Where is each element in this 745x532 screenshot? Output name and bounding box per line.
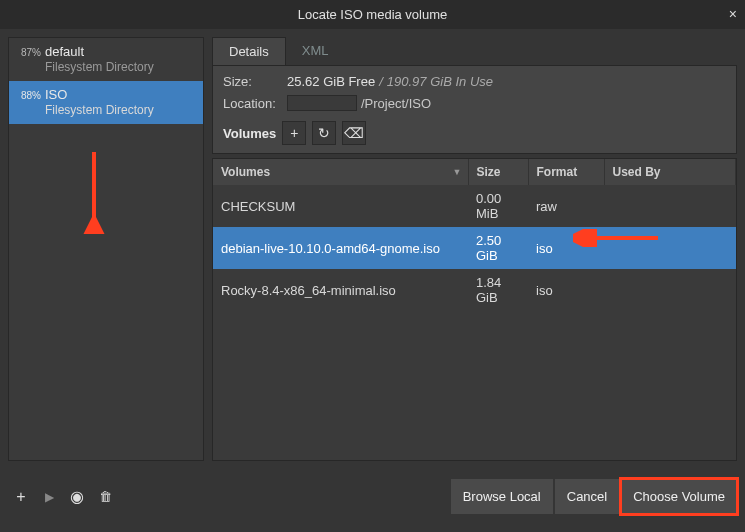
add-volume-button[interactable]: + [282, 121, 306, 145]
window-title: Locate ISO media volume [298, 7, 448, 22]
choose-volume-button[interactable]: Choose Volume [621, 479, 737, 514]
cell-format: iso [528, 269, 604, 311]
pool-usage-pct: 88% [15, 87, 41, 101]
footer-right-actions: Browse Local Cancel Choose Volume [451, 479, 737, 514]
col-volumes[interactable]: Volumes▼ [213, 159, 468, 185]
titlebar: Locate ISO media volume × [0, 0, 745, 29]
trash-icon: 🗑 [99, 489, 112, 504]
table-header-row: Volumes▼ Size Format Used By [213, 159, 736, 185]
cell-name: debian-live-10.10.0-amd64-gnome.iso [213, 227, 468, 269]
start-pool-button[interactable]: ▶ [36, 484, 62, 510]
volumes-toolbar: Volumes + ↻ ⌫ [223, 121, 726, 145]
footer-left-tools: + ▶ ◉ 🗑 [8, 484, 118, 510]
table-row[interactable]: Rocky-8.4-x86_64-minimal.iso 1.84 GiB is… [213, 269, 736, 311]
size-label: Size: [223, 74, 279, 89]
pool-sidebar: 87% default Filesystem Directory 88% ISO… [8, 37, 204, 461]
main-content: 87% default Filesystem Directory 88% ISO… [0, 29, 745, 469]
col-format[interactable]: Format [528, 159, 604, 185]
pool-item-iso[interactable]: 88% ISO Filesystem Directory [9, 81, 203, 124]
pool-type: Filesystem Directory [45, 103, 197, 119]
cell-size: 1.84 GiB [468, 269, 528, 311]
cell-name: CHECKSUM [213, 185, 468, 227]
delete-icon: ⌫ [344, 125, 364, 141]
plus-icon: + [290, 125, 298, 141]
pool-name: default [45, 44, 197, 60]
tab-xml[interactable]: XML [286, 37, 345, 65]
size-inuse: 190.97 GiB In Use [387, 74, 493, 89]
sort-indicator-icon: ▼ [453, 167, 462, 177]
tab-details[interactable]: Details [212, 37, 286, 65]
location-row: Location: /Project/ISO [223, 95, 726, 111]
cancel-button[interactable]: Cancel [555, 479, 619, 514]
cell-size: 0.00 MiB [468, 185, 528, 227]
browse-local-button[interactable]: Browse Local [451, 479, 553, 514]
delete-pool-button[interactable]: 🗑 [92, 484, 118, 510]
add-pool-button[interactable]: + [8, 484, 34, 510]
cell-format: raw [528, 185, 604, 227]
pool-usage-pct: 87% [15, 44, 41, 58]
location-redacted [287, 95, 357, 111]
refresh-button[interactable]: ↻ [312, 121, 336, 145]
delete-volume-button[interactable]: ⌫ [342, 121, 366, 145]
cell-format: iso [528, 227, 604, 269]
cell-usedby [604, 227, 736, 269]
size-free: 25.62 GiB Free [287, 74, 375, 89]
table-row[interactable]: CHECKSUM 0.00 MiB raw [213, 185, 736, 227]
col-size[interactable]: Size [468, 159, 528, 185]
size-row: Size: 25.62 GiB Free / 190.97 GiB In Use [223, 74, 726, 89]
cell-usedby [604, 269, 736, 311]
location-label: Location: [223, 96, 279, 111]
cell-name: Rocky-8.4-x86_64-minimal.iso [213, 269, 468, 311]
volumes-table: Volumes▼ Size Format Used By CHECKSUM 0.… [213, 159, 736, 311]
stop-icon: ◉ [70, 487, 84, 506]
pool-details: Size: 25.62 GiB Free / 190.97 GiB In Use… [212, 66, 737, 154]
refresh-icon: ↻ [318, 125, 330, 141]
play-icon: ▶ [45, 490, 54, 504]
col-usedby[interactable]: Used By [604, 159, 736, 185]
cell-usedby [604, 185, 736, 227]
plus-icon: + [16, 488, 25, 506]
close-icon[interactable]: × [729, 6, 737, 22]
size-sep: / [379, 74, 383, 89]
pool-name: ISO [45, 87, 197, 103]
cell-size: 2.50 GiB [468, 227, 528, 269]
volumes-table-wrap: Volumes▼ Size Format Used By CHECKSUM 0.… [212, 158, 737, 461]
stop-pool-button[interactable]: ◉ [64, 484, 90, 510]
details-panel: Details XML Size: 25.62 GiB Free / 190.9… [212, 37, 737, 461]
location-path: /Project/ISO [361, 96, 431, 111]
table-row[interactable]: debian-live-10.10.0-amd64-gnome.iso 2.50… [213, 227, 736, 269]
tab-bar: Details XML [212, 37, 737, 66]
footer: + ▶ ◉ 🗑 Browse Local Cancel Choose Volum… [0, 469, 745, 524]
pool-type: Filesystem Directory [45, 60, 197, 76]
pool-item-default[interactable]: 87% default Filesystem Directory [9, 38, 203, 81]
volumes-label: Volumes [223, 126, 276, 141]
